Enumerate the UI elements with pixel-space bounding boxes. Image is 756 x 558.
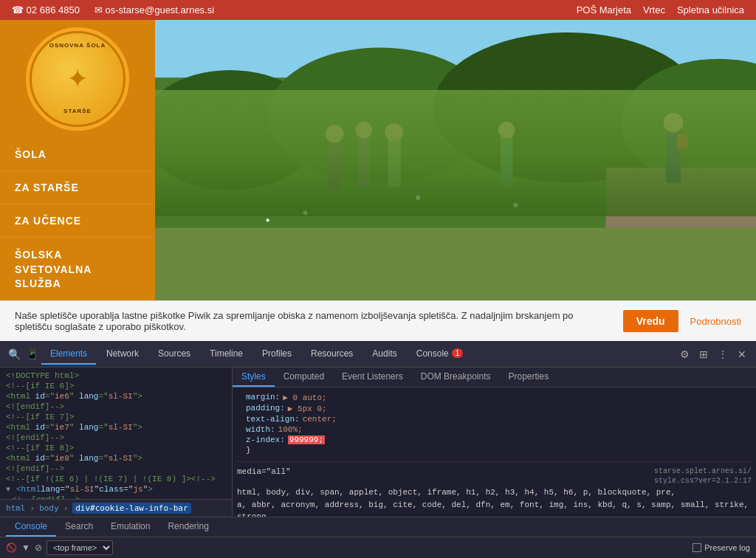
svg-point-9 [416, 196, 420, 200]
console-tabs: Console Search Emulation Rendering [0, 517, 756, 537]
style-separator [237, 461, 752, 462]
frame-selector[interactable]: <top frame> [47, 540, 113, 555]
style-rule: margin: ▶ 0 auto; padding: ▶ 5px 0; text… [237, 392, 752, 455]
cookie-details-link[interactable]: Podrobnosti [690, 316, 741, 327]
spletna-ucilnica-link[interactable]: Spletna učilnica [677, 4, 744, 16]
dom-line[interactable]: <!--[if IE 7]> [0, 412, 232, 422]
styles-content: margin: ▶ 0 auto; padding: ▶ 5px 0; text… [233, 388, 756, 517]
clear-console-icon[interactable]: 🚫 [6, 542, 17, 553]
cookie-text: Naše spletišče uporablja lastne piškotke… [15, 310, 611, 332]
svg-rect-22 [677, 134, 687, 148]
style-line: width: 100%; [237, 424, 752, 435]
style-line: text-align: center; [237, 414, 752, 424]
tab-elements[interactable]: Elements [41, 344, 96, 365]
preserve-log-checkbox[interactable] [693, 543, 701, 552]
tab-dom-breakpoints[interactable]: DOM Breakpoints [412, 368, 500, 387]
top-bar-right: POŠ Marjeta Vrtec Spletna učilnica [577, 4, 744, 16]
style-line: margin: ▶ 0 auto; [237, 392, 752, 403]
breadcrumb-selected[interactable]: div#cookie-law-info-bar [72, 503, 190, 514]
tab-sources[interactable]: Sources [149, 344, 199, 365]
website-content: ☎ 02 686 4850 ✉ os-starse@guest.arnes.si… [0, 0, 756, 341]
top-bar: ☎ 02 686 4850 ✉ os-starse@guest.arnes.si… [0, 0, 756, 20]
dom-line[interactable]: <html id="ie8" lang="sl-SI"> [0, 453, 232, 464]
breadcrumb-body[interactable]: body [39, 503, 59, 513]
svg-point-19 [498, 122, 515, 138]
svg-rect-20 [666, 126, 681, 182]
dom-breadcrumb: html › body › div#cookie-law-info-bar [0, 499, 232, 517]
styles-tabs: Styles Computed Event Listeners DOM Brea… [233, 368, 756, 388]
devtools-content: <!DOCTYPE html> <!--[if IE 6]> <html id=… [0, 368, 756, 517]
style-line: z-index: 999999; [237, 435, 752, 445]
hero-photo [155, 20, 756, 300]
phone-number: ☎ 02 686 4850 [12, 4, 80, 16]
close-devtools-icon[interactable]: ✕ [734, 346, 750, 362]
email-address: ✉ os-starse@guest.arnes.si [94, 4, 214, 16]
nav-item-za-ucence[interactable]: ZA UČENCE [0, 204, 155, 238]
browser-window: ☎ 02 686 4850 ✉ os-starse@guest.arnes.si… [0, 0, 756, 558]
dom-line[interactable]: <html id="ie7" lang="sl-SI"> [0, 422, 232, 433]
hero-image [155, 20, 756, 300]
cookie-accept-button[interactable]: Vredu [623, 310, 678, 332]
tab-rendering[interactable]: Rendering [159, 517, 217, 537]
dom-line[interactable]: <!--[if !(IE 6) | !(IE 7) | !(IE 8) ]><!… [0, 474, 232, 484]
style-close-brace: } [237, 445, 752, 455]
dom-line[interactable]: <!--[if IE 6]> [0, 381, 232, 391]
logo-text-top: OSNOVNA ŠOLA [49, 42, 106, 49]
tab-audits[interactable]: Audits [363, 344, 405, 365]
dom-line[interactable]: <!--[if IE 8]> [0, 443, 232, 453]
tab-styles[interactable]: Styles [233, 368, 275, 387]
tab-profiles[interactable]: Profiles [253, 344, 300, 365]
logo: OSNOVNA ŠOLA ✦ STARŠE [26, 27, 129, 131]
dom-line[interactable]: <![endif]--> [0, 464, 232, 474]
filter-icon[interactable]: ▼ [21, 542, 30, 553]
nav-item-sola[interactable]: ŠOLA [0, 138, 155, 171]
inspect-icon[interactable]: 🔍 [6, 346, 22, 362]
style-rule-media: media="all" starse.splet.arnes.si/ style… [237, 466, 752, 517]
tab-event-listeners[interactable]: Event Listeners [333, 368, 412, 387]
filter-text-icon[interactable]: ⊘ [35, 542, 42, 553]
tab-network[interactable]: Network [97, 344, 148, 365]
more-icon[interactable]: ⋮ [715, 346, 731, 362]
device-icon[interactable]: 📱 [24, 346, 40, 362]
devtools-toolbar: 🔍 📱 Elements Network Sources Timeline Pr… [0, 341, 756, 368]
tab-console-bottom[interactable]: Console [6, 517, 56, 537]
preserve-log-label: Preserve log [704, 543, 750, 552]
style-line: padding: ▶ 5px 0; [237, 403, 752, 414]
breadcrumb-html[interactable]: html [6, 503, 26, 513]
media-rule-header: media="all" starse.splet.arnes.si/ [237, 466, 752, 477]
dock-icon[interactable]: ⊞ [695, 346, 712, 362]
tab-computed[interactable]: Computed [275, 368, 333, 387]
logo-inner: OSNOVNA ŠOLA ✦ STARŠE [30, 31, 126, 127]
tab-timeline[interactable]: Timeline [201, 344, 252, 365]
settings-icon[interactable]: ⚙ [676, 346, 693, 362]
preserve-log-checkbox-label[interactable]: Preserve log [693, 543, 750, 552]
nav-item-za-starse[interactable]: ZA STARŠE [0, 171, 155, 204]
svg-rect-18 [501, 134, 512, 186]
dom-line[interactable]: <html id="ie6" lang="sl-SI"> [0, 391, 232, 402]
svg-rect-12 [328, 137, 341, 190]
tab-emulation[interactable]: Emulation [102, 517, 159, 537]
dom-line[interactable]: <![endif]--> [0, 402, 232, 412]
nav-menu: ŠOLA ZA STARŠE ZA UČENCE ŠOLSKASVETOVALN… [0, 138, 155, 303]
style-source-right: starse.splet.arnes.si/ [654, 467, 752, 476]
dom-line[interactable]: <![endif]--> [0, 433, 232, 443]
vrtec-link[interactable]: Vrtec [643, 4, 665, 16]
css-selector: html, body, div, span, applet, object, i… [237, 485, 752, 517]
site-body: OSNOVNA ŠOLA ✦ STARŠE ŠOLA ZA STARŠE ZA … [0, 20, 756, 300]
logo-star-icon: ✦ [66, 63, 89, 94]
sidebar: OSNOVNA ŠOLA ✦ STARŠE ŠOLA ZA STARŠE ZA … [0, 20, 155, 300]
devtools-panel: 🔍 📱 Elements Network Sources Timeline Pr… [0, 341, 756, 558]
nav-item-sluzba[interactable]: ŠOLSKASVETOVALNASLUŽBA [0, 238, 155, 303]
dom-tree[interactable]: <!DOCTYPE html> <!--[if IE 6]> <html id=… [0, 368, 232, 499]
pos-marjeta-link[interactable]: POŠ Marjeta [577, 4, 631, 16]
tab-properties[interactable]: Properties [499, 368, 557, 387]
svg-point-10 [513, 203, 518, 207]
tab-search-bottom[interactable]: Search [56, 517, 102, 537]
tab-resources[interactable]: Resources [302, 344, 362, 365]
tab-console[interactable]: Console 1 [408, 344, 472, 365]
dom-line[interactable]: <!DOCTYPE html> [0, 371, 232, 381]
svg-rect-14 [358, 134, 370, 187]
dom-line[interactable]: ▼ <html lang="sl-SI" class="js"> [0, 484, 232, 495]
svg-point-13 [326, 125, 343, 142]
devtools-right-icons: ⚙ ⊞ ⋮ ✕ [676, 346, 750, 362]
